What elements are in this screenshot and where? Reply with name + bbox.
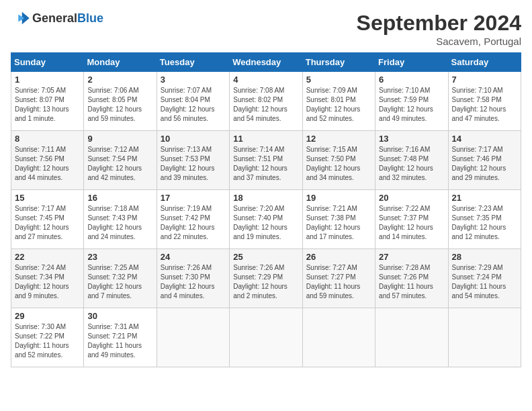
day-info: Sunrise: 7:07 AMSunset: 8:04 PMDaylight:… xyxy=(161,87,215,122)
calendar-cell: 7 Sunrise: 7:10 AMSunset: 7:58 PMDayligh… xyxy=(448,72,521,131)
day-number: 17 xyxy=(161,193,226,203)
calendar-cell: 19 Sunrise: 7:21 AMSunset: 7:38 PMDaylig… xyxy=(302,190,375,249)
calendar-cell: 9 Sunrise: 7:12 AMSunset: 7:54 PMDayligh… xyxy=(84,131,157,190)
calendar-week-row: 22 Sunrise: 7:24 AMSunset: 7:34 PMDaylig… xyxy=(11,249,521,308)
calendar-cell: 2 Sunrise: 7:06 AMSunset: 8:05 PMDayligh… xyxy=(84,72,157,131)
day-number: 28 xyxy=(452,252,517,262)
day-number: 6 xyxy=(379,75,444,85)
calendar-cell: 18 Sunrise: 7:20 AMSunset: 7:40 PMDaylig… xyxy=(230,190,302,249)
col-header-tuesday: Tuesday xyxy=(157,53,229,72)
calendar-cell: 26 Sunrise: 7:27 AMSunset: 7:27 PMDaylig… xyxy=(302,249,375,308)
day-info: Sunrise: 7:21 AMSunset: 7:38 PMDaylight:… xyxy=(306,205,361,240)
calendar-header-row: SundayMondayTuesdayWednesdayThursdayFrid… xyxy=(11,53,521,72)
logo-text-blue: Blue xyxy=(77,11,103,25)
day-info: Sunrise: 7:16 AMSunset: 7:48 PMDaylight:… xyxy=(379,146,433,181)
day-number: 12 xyxy=(306,134,371,144)
day-info: Sunrise: 7:30 AMSunset: 7:22 PMDaylight:… xyxy=(15,323,69,359)
day-number: 2 xyxy=(87,75,152,85)
day-info: Sunrise: 7:10 AMSunset: 7:58 PMDaylight:… xyxy=(452,87,506,122)
day-info: Sunrise: 7:15 AMSunset: 7:50 PMDaylight:… xyxy=(306,146,361,181)
day-number: 26 xyxy=(306,252,371,262)
day-info: Sunrise: 7:26 AMSunset: 7:29 PMDaylight:… xyxy=(233,264,287,300)
day-number: 25 xyxy=(233,252,298,262)
col-header-thursday: Thursday xyxy=(302,53,375,72)
header: GeneralBlue September 2024 Sacavem, Port… xyxy=(11,11,521,47)
day-number: 10 xyxy=(161,134,226,144)
calendar-cell: 29 Sunrise: 7:30 AMSunset: 7:22 PMDaylig… xyxy=(11,308,84,367)
logo-icon xyxy=(11,11,30,26)
day-info: Sunrise: 7:06 AMSunset: 8:05 PMDaylight:… xyxy=(87,87,142,122)
calendar-cell: 8 Sunrise: 7:11 AMSunset: 7:56 PMDayligh… xyxy=(11,131,84,190)
day-number: 23 xyxy=(87,252,152,262)
calendar-table: SundayMondayTuesdayWednesdayThursdayFrid… xyxy=(11,52,521,367)
calendar-cell: 12 Sunrise: 7:15 AMSunset: 7:50 PMDaylig… xyxy=(302,131,375,190)
calendar-cell: 24 Sunrise: 7:26 AMSunset: 7:30 PMDaylig… xyxy=(157,249,229,308)
calendar-cell: 10 Sunrise: 7:13 AMSunset: 7:53 PMDaylig… xyxy=(157,131,229,190)
calendar-cell: 21 Sunrise: 7:23 AMSunset: 7:35 PMDaylig… xyxy=(448,190,521,249)
day-info: Sunrise: 7:17 AMSunset: 7:46 PMDaylight:… xyxy=(452,146,506,181)
calendar-cell: 14 Sunrise: 7:17 AMSunset: 7:46 PMDaylig… xyxy=(448,131,521,190)
day-number: 7 xyxy=(452,75,517,85)
calendar-cell: 4 Sunrise: 7:08 AMSunset: 8:02 PMDayligh… xyxy=(230,72,302,131)
day-info: Sunrise: 7:11 AMSunset: 7:56 PMDaylight:… xyxy=(15,146,69,181)
col-header-monday: Monday xyxy=(84,53,157,72)
calendar-week-row: 15 Sunrise: 7:17 AMSunset: 7:45 PMDaylig… xyxy=(11,190,521,249)
calendar-cell: 3 Sunrise: 7:07 AMSunset: 8:04 PMDayligh… xyxy=(157,72,229,131)
day-number: 13 xyxy=(379,134,444,144)
day-number: 24 xyxy=(161,252,226,262)
calendar-cell: 28 Sunrise: 7:29 AMSunset: 7:24 PMDaylig… xyxy=(448,249,521,308)
day-info: Sunrise: 7:18 AMSunset: 7:43 PMDaylight:… xyxy=(87,205,142,240)
day-number: 9 xyxy=(87,134,152,144)
calendar-cell xyxy=(157,308,229,367)
calendar-week-row: 29 Sunrise: 7:30 AMSunset: 7:22 PMDaylig… xyxy=(11,308,521,367)
day-number: 4 xyxy=(233,75,298,85)
day-info: Sunrise: 7:31 AMSunset: 7:21 PMDaylight:… xyxy=(87,323,142,359)
calendar-cell: 6 Sunrise: 7:10 AMSunset: 7:59 PMDayligh… xyxy=(375,72,448,131)
day-info: Sunrise: 7:20 AMSunset: 7:40 PMDaylight:… xyxy=(233,205,287,240)
day-info: Sunrise: 7:19 AMSunset: 7:42 PMDaylight:… xyxy=(161,205,215,240)
day-number: 16 xyxy=(87,193,152,203)
day-number: 8 xyxy=(15,134,80,144)
calendar-cell: 22 Sunrise: 7:24 AMSunset: 7:34 PMDaylig… xyxy=(11,249,84,308)
day-number: 18 xyxy=(233,193,298,203)
col-header-friday: Friday xyxy=(375,53,448,72)
location-subtitle: Sacavem, Portugal xyxy=(357,36,521,47)
day-info: Sunrise: 7:23 AMSunset: 7:35 PMDaylight:… xyxy=(452,205,506,240)
day-info: Sunrise: 7:14 AMSunset: 7:51 PMDaylight:… xyxy=(233,146,287,181)
day-number: 19 xyxy=(306,193,371,203)
day-info: Sunrise: 7:29 AMSunset: 7:24 PMDaylight:… xyxy=(452,264,506,300)
calendar-week-row: 1 Sunrise: 7:05 AMSunset: 8:07 PMDayligh… xyxy=(11,72,521,131)
calendar-cell: 1 Sunrise: 7:05 AMSunset: 8:07 PMDayligh… xyxy=(11,72,84,131)
calendar-body: 1 Sunrise: 7:05 AMSunset: 8:07 PMDayligh… xyxy=(11,72,521,367)
day-number: 29 xyxy=(15,311,80,321)
day-number: 3 xyxy=(161,75,226,85)
day-number: 15 xyxy=(15,193,80,203)
calendar-cell: 16 Sunrise: 7:18 AMSunset: 7:43 PMDaylig… xyxy=(84,190,157,249)
day-number: 20 xyxy=(379,193,444,203)
day-info: Sunrise: 7:09 AMSunset: 8:01 PMDaylight:… xyxy=(306,87,361,122)
calendar-cell xyxy=(302,308,375,367)
day-info: Sunrise: 7:28 AMSunset: 7:26 PMDaylight:… xyxy=(379,264,433,300)
calendar-cell: 25 Sunrise: 7:26 AMSunset: 7:29 PMDaylig… xyxy=(230,249,302,308)
day-info: Sunrise: 7:27 AMSunset: 7:27 PMDaylight:… xyxy=(306,264,361,300)
logo-text-general: General xyxy=(32,11,77,25)
logo: GeneralBlue xyxy=(11,11,103,26)
calendar-week-row: 8 Sunrise: 7:11 AMSunset: 7:56 PMDayligh… xyxy=(11,131,521,190)
col-header-wednesday: Wednesday xyxy=(230,53,302,72)
day-info: Sunrise: 7:26 AMSunset: 7:30 PMDaylight:… xyxy=(161,264,215,300)
col-header-sunday: Sunday xyxy=(11,53,84,72)
day-info: Sunrise: 7:10 AMSunset: 7:59 PMDaylight:… xyxy=(379,87,433,122)
day-info: Sunrise: 7:22 AMSunset: 7:37 PMDaylight:… xyxy=(379,205,433,240)
day-info: Sunrise: 7:12 AMSunset: 7:54 PMDaylight:… xyxy=(87,146,142,181)
day-number: 11 xyxy=(233,134,298,144)
col-header-saturday: Saturday xyxy=(448,53,521,72)
calendar-cell: 27 Sunrise: 7:28 AMSunset: 7:26 PMDaylig… xyxy=(375,249,448,308)
calendar-cell: 15 Sunrise: 7:17 AMSunset: 7:45 PMDaylig… xyxy=(11,190,84,249)
calendar-cell xyxy=(230,308,302,367)
calendar-cell: 23 Sunrise: 7:25 AMSunset: 7:32 PMDaylig… xyxy=(84,249,157,308)
calendar-cell: 20 Sunrise: 7:22 AMSunset: 7:37 PMDaylig… xyxy=(375,190,448,249)
title-block: September 2024 Sacavem, Portugal xyxy=(357,11,521,47)
calendar-cell: 30 Sunrise: 7:31 AMSunset: 7:21 PMDaylig… xyxy=(84,308,157,367)
day-info: Sunrise: 7:17 AMSunset: 7:45 PMDaylight:… xyxy=(15,205,69,240)
calendar-cell xyxy=(448,308,521,367)
